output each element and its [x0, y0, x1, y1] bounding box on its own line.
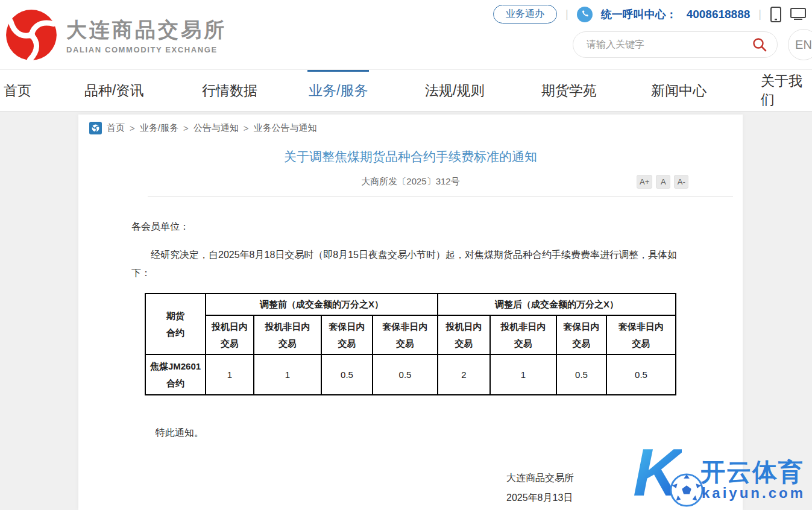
breadcrumb-separator: > — [130, 123, 135, 133]
table-corner-header: 期货 合约 — [145, 294, 206, 354]
fee-cell: 0.5 — [373, 354, 438, 395]
monitor-icon[interactable] — [790, 7, 806, 22]
search-area — [573, 31, 778, 58]
nav-label: 期货学苑 — [541, 81, 597, 100]
font-larger-button[interactable]: A+ — [637, 175, 652, 189]
logo-text: 大连商品交易所 DALIAN COMMODITY EXCHANGE — [66, 16, 227, 54]
col-header: 套保日内 交易 — [321, 315, 373, 354]
body-paragraph: 经研究决定，自2025年8月18日交易时（即8月15日夜盘交易小节时）起，对焦煤… — [131, 246, 686, 282]
fee-cell: 1 — [206, 354, 254, 395]
business-services-button[interactable]: 业务通办 — [493, 5, 557, 24]
nav-item-market-data[interactable]: 行情数据 — [202, 70, 257, 111]
font-size-controls: A+ A A- — [637, 175, 688, 189]
signature-block: 大连商品交易所 2025年8月13日 — [506, 468, 574, 508]
col-header: 套保日内 交易 — [556, 315, 606, 354]
group-header-before: 调整前（成交金额的万分之X） — [206, 294, 438, 315]
fee-cell: 0.5 — [606, 354, 676, 395]
nav-item-home[interactable]: 首页 — [4, 70, 31, 111]
nav-item-academy[interactable]: 期货学苑 — [541, 70, 597, 111]
topbar-separator: | — [758, 8, 761, 20]
fee-cell: 0.5 — [321, 354, 373, 395]
col-header: 套保非日内 交易 — [606, 315, 676, 354]
nav-label: 法规/规则 — [425, 81, 484, 100]
fee-table: 期货 合约 调整前（成交金额的万分之X） 调整后（成交金额的万分之X） 投机日内… — [145, 293, 676, 395]
main-nav: 首页 品种/资讯 行情数据 业务/服务 法规/规则 期货学苑 新闻中心 关于我们 — [0, 69, 812, 112]
kaiyun-brand-cn: 开云体育 — [700, 456, 804, 489]
nav-item-news[interactable]: 新闻中心 — [651, 70, 707, 111]
salutation-text: 各会员单位： — [131, 221, 189, 233]
breadcrumb-item-home[interactable]: 首页 — [107, 122, 125, 134]
search-icon[interactable] — [752, 37, 767, 52]
nav-label: 新闻中心 — [651, 81, 707, 100]
fee-cell: 1 — [490, 354, 556, 395]
col-header: 投机非日内 交易 — [490, 315, 556, 354]
nav-label: 品种/资讯 — [84, 81, 143, 100]
nav-label: 业务/服务 — [309, 81, 368, 100]
col-header: 投机日内 交易 — [206, 315, 254, 354]
col-header: 套保非日内 交易 — [373, 315, 438, 354]
logo-en: DALIAN COMMODITY EXCHANGE — [66, 45, 227, 54]
active-nav-indicator — [307, 70, 369, 72]
font-normal-button[interactable]: A — [656, 175, 670, 189]
kaiyun-brand-url: kaiyun.com — [702, 485, 805, 502]
site-header: 大连商品交易所 DALIAN COMMODITY EXCHANGE 业务通办 |… — [0, 0, 812, 69]
col-header: 投机日内 交易 — [438, 315, 490, 354]
dce-logo[interactable]: 大连商品交易所 DALIAN COMMODITY EXCHANGE — [4, 7, 227, 63]
nav-label: 首页 — [4, 81, 31, 100]
col-header: 投机非日内 交易 — [254, 315, 321, 354]
nav-item-business-services[interactable]: 业务/服务 — [309, 70, 368, 111]
title-divider — [148, 197, 733, 197]
search-input[interactable] — [587, 39, 752, 50]
breadcrumb-item-notices[interactable]: 公告与通知 — [194, 122, 239, 134]
nav-item-products[interactable]: 品种/资讯 — [84, 70, 143, 111]
nav-item-rules[interactable]: 法规/规则 — [425, 70, 484, 111]
phone-circle-icon — [577, 7, 593, 22]
signature-date: 2025年8月13日 — [506, 488, 574, 508]
page-title: 关于调整焦煤期货品种合约手续费标准的通知 — [78, 148, 743, 165]
call-center-label: 统一呼叫中心： — [601, 7, 677, 22]
call-center-number[interactable]: 4008618888 — [687, 8, 751, 21]
football-icon — [669, 473, 704, 508]
fee-cell: 1 — [254, 354, 321, 395]
closing-text: 特此通知。 — [156, 427, 204, 439]
contract-label: 焦煤JM2601 合约 — [145, 354, 206, 395]
font-smaller-button[interactable]: A- — [674, 175, 688, 189]
search-box[interactable] — [573, 31, 778, 58]
mobile-icon[interactable] — [770, 7, 782, 22]
breadcrumb-separator: > — [183, 123, 189, 133]
breadcrumb-separator: > — [244, 123, 249, 133]
signature-org: 大连商品交易所 — [506, 468, 574, 488]
dce-swirl-icon — [4, 7, 59, 63]
table-row: 焦煤JM2601 合约 1 1 0.5 0.5 2 1 0.5 0.5 — [145, 354, 676, 395]
nav-item-about[interactable]: 关于我们 — [761, 70, 812, 111]
topbar-separator: | — [565, 8, 568, 20]
fee-cell: 0.5 — [556, 354, 606, 395]
breadcrumb-home-icon[interactable] — [89, 122, 102, 134]
breadcrumb-item-business[interactable]: 业务/服务 — [140, 122, 178, 134]
breadcrumb-item-business-notices[interactable]: 业务公告与通知 — [253, 122, 316, 134]
breadcrumb: 首页 > 业务/服务 > 公告与通知 > 业务公告与通知 — [89, 122, 316, 134]
nav-label: 行情数据 — [202, 81, 257, 100]
nav-label: 关于我们 — [761, 72, 812, 109]
fee-cell: 2 — [438, 354, 490, 395]
topbar: 业务通办 | 统一呼叫中心： 4008618888 | — [493, 5, 806, 24]
logo-cn: 大连商品交易所 — [66, 16, 227, 44]
kaiyun-watermark: K 开云体育 kaiyun.com — [633, 447, 812, 510]
language-toggle-button[interactable]: EN — [788, 29, 812, 60]
group-header-after: 调整后（成交金额的万分之X） — [438, 294, 676, 315]
